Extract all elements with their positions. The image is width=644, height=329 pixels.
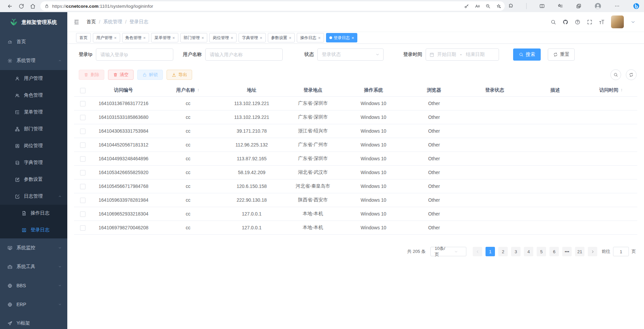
sidebar-item-dept-mgmt[interactable]: 部门管理 [0,121,67,137]
sidebar-item-param-settings[interactable]: 参数设置 [0,171,67,188]
favorites-icon[interactable] [558,3,563,9]
tab-login-log[interactable]: 登录日志× [326,33,358,42]
refresh-table-button[interactable] [626,69,637,80]
delete-button[interactable]: 删除 [79,70,104,80]
sidebar-item-user-mgmt[interactable]: 用户管理 [0,70,67,87]
browser-back-button[interactable] [4,1,15,11]
row-checkbox[interactable] [80,129,85,134]
sidebar-item-home[interactable]: 首页 [0,32,67,51]
row-checkbox[interactable] [80,184,85,189]
copilot-icon[interactable] [633,2,640,10]
page-button-2[interactable]: 2 [498,247,508,256]
tab-param-settings[interactable]: 参数设置× [268,33,295,42]
zoom-out-icon[interactable] [486,4,491,9]
read-aloud-icon[interactable] [475,4,480,9]
col-time[interactable]: 访问时间 [585,84,637,97]
tab-close-icon[interactable]: × [172,36,175,40]
tab-close-icon[interactable]: × [230,36,233,40]
tab-close-icon[interactable]: × [289,36,292,40]
tab-close-icon[interactable]: × [352,36,354,40]
unlock-button[interactable]: 解锁 [137,70,163,80]
tab-post-mgmt[interactable]: 岗位管理× [209,33,237,42]
sidebar-item-menu-mgmt[interactable]: 菜单管理 [0,104,67,121]
row-checkbox[interactable] [80,142,85,148]
sidebar-item-dict-mgmt[interactable]: 字典管理 [0,154,67,171]
toggle-search-button[interactable] [610,69,621,80]
row-checkbox[interactable] [80,211,85,217]
sidebar-item-bbs[interactable]: BBS [0,276,67,295]
search-icon[interactable] [550,19,556,25]
row-checkbox[interactable] [80,101,85,106]
sidebar-item-post-mgmt[interactable]: 岗位管理 [0,137,67,154]
github-icon[interactable] [563,19,568,25]
sidebar-item-log-mgmt[interactable]: 日志管理 [0,188,67,205]
page-button-3[interactable]: 3 [511,247,521,256]
row-checkbox[interactable] [80,156,85,162]
tab-role-mgmt[interactable]: 角色管理× [122,33,149,42]
tab-close-icon[interactable]: × [318,36,321,40]
sidebar-item-yi-framework[interactable]: Yi框架 [0,314,67,329]
tab-operation-log[interactable]: 操作日志× [297,33,324,42]
font-size-icon[interactable] [599,19,605,25]
search-button[interactable]: 搜索 [513,48,541,61]
page-button-5[interactable]: 5 [537,247,546,256]
tab-menu-mgmt[interactable]: 菜单管理× [151,33,178,42]
login-ip-input[interactable] [96,48,173,61]
tab-close-icon[interactable]: × [260,36,262,40]
prev-page-button[interactable] [473,247,482,256]
collections-icon[interactable] [576,3,581,9]
address-bar[interactable]: https://ccnetcore.com:1101/system/log/lo… [40,1,505,11]
tab-dict-mgmt[interactable]: 字典管理× [239,33,266,42]
goto-page-input[interactable] [613,247,629,256]
sidebar-item-system-tools[interactable]: 系统工具 [0,257,67,276]
browser-refresh-button[interactable] [15,1,27,11]
username-input[interactable] [205,48,283,61]
tab-dept-mgmt[interactable]: 部门管理× [180,33,208,42]
reset-button[interactable]: 重置 [548,48,575,61]
page-button-6[interactable]: 6 [549,247,559,256]
page-size-select[interactable]: 10条/页 [430,247,466,256]
sidebar-item-system-monitor[interactable]: 系统监控 [0,238,67,257]
address-bar-actions [464,4,501,9]
pager-more-button[interactable]: ••• [562,247,572,256]
split-screen-icon[interactable] [539,3,545,9]
extensions-icon[interactable] [508,3,513,9]
tab-user-mgmt[interactable]: 用户管理× [93,33,120,42]
tab-close-icon[interactable]: × [202,36,204,40]
row-checkbox[interactable] [80,170,85,175]
sidebar-item-operation-log[interactable]: 操作日志 [0,205,67,222]
page-button-21[interactable]: 21 [575,247,584,256]
tab-home[interactable]: 首页 [76,33,91,42]
add-favorite-icon[interactable] [496,4,501,9]
tab-close-icon[interactable]: × [114,36,117,40]
password-icon[interactable] [464,4,469,9]
col-user[interactable]: 用户名称 [155,84,221,97]
fullscreen-icon[interactable] [587,19,593,25]
breadcrumb-item[interactable]: 首页 [86,19,96,25]
date-range-picker[interactable]: 开始日期 - 结束日期 [426,48,499,61]
next-page-button[interactable] [588,247,597,256]
chevron-down-icon[interactable] [630,19,636,25]
more-menu-icon[interactable] [614,3,620,9]
status-select[interactable]: 登录状态 [317,48,384,61]
sidebar-item-role-mgmt[interactable]: 角色管理 [0,87,67,104]
clear-button[interactable]: 清空 [108,70,134,80]
sidebar-item-login-log[interactable]: 登录日志 [0,222,67,238]
sidebar-item-system-mgmt[interactable]: 系统管理 [0,51,67,70]
help-icon[interactable] [575,19,580,25]
browser-profile-icon[interactable] [594,2,602,10]
select-all-checkbox[interactable] [80,88,85,93]
sidebar-collapse-icon[interactable] [73,19,80,25]
row-checkbox[interactable] [80,115,85,120]
user-avatar[interactable] [611,15,624,28]
browser-home-button[interactable] [27,1,38,11]
row-checkbox[interactable] [80,198,85,203]
end-date-field[interactable]: 结束日期 [466,52,485,58]
page-button-1[interactable]: 1 [486,247,495,256]
export-button[interactable]: 导出 [167,70,192,80]
page-button-4[interactable]: 4 [524,247,533,256]
row-checkbox[interactable] [80,225,85,231]
tab-close-icon[interactable]: × [143,36,146,40]
sidebar-item-erp[interactable]: ERP [0,295,67,314]
start-date-field[interactable]: 开始日期 [437,52,456,58]
